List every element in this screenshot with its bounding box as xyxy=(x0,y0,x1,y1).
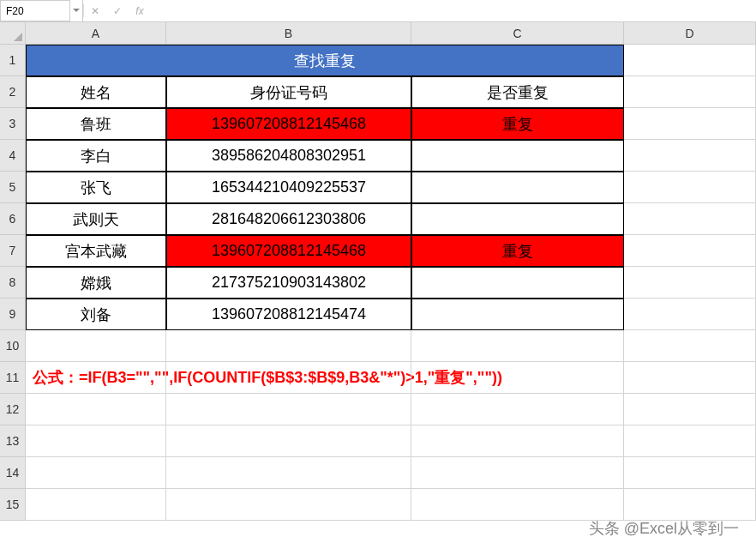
cell[interactable] xyxy=(624,45,756,76)
fx-icon[interactable]: fx xyxy=(129,0,151,21)
row-header[interactable]: 11 xyxy=(0,362,26,394)
cell[interactable] xyxy=(624,457,756,489)
cell[interactable] xyxy=(624,172,756,203)
cell[interactable] xyxy=(411,489,624,521)
cell-id[interactable]: 139607208812145474 xyxy=(166,299,411,330)
cell-name[interactable]: 张飞 xyxy=(26,172,166,203)
cell[interactable] xyxy=(26,394,166,425)
table-row: 嫦娥 217375210903143802 xyxy=(26,267,756,299)
cell[interactable] xyxy=(624,489,756,521)
cell-dup[interactable] xyxy=(411,140,624,172)
cell[interactable] xyxy=(624,235,756,267)
table-row: 鲁班 139607208812145468 重复 xyxy=(26,108,756,140)
cell-dup[interactable] xyxy=(411,267,624,299)
cell-name[interactable]: 武则天 xyxy=(26,203,166,235)
cell-dup[interactable]: 重复 xyxy=(411,235,624,267)
row-headers: 1 2 3 4 5 6 7 8 9 10 11 12 13 14 15 xyxy=(0,45,26,521)
cell-dup[interactable] xyxy=(411,203,624,235)
cell-id[interactable]: 165344210409225537 xyxy=(166,172,411,203)
formula-text[interactable]: 公式：=IF(B3="","",IF(COUNTIF($B$3:$B$9,B3&… xyxy=(26,362,166,394)
cell[interactable] xyxy=(166,394,411,425)
cell[interactable] xyxy=(26,457,166,489)
cell[interactable] xyxy=(26,489,166,521)
row-header[interactable]: 13 xyxy=(0,425,26,457)
sheet-area: A B C D 1 2 3 4 5 6 7 8 9 10 11 12 13 14 xyxy=(0,22,756,549)
row-header[interactable]: 9 xyxy=(0,299,26,330)
select-all-button[interactable] xyxy=(0,22,26,45)
title-cell[interactable]: 查找重复 xyxy=(26,45,624,76)
enter-icon[interactable]: ✓ xyxy=(106,0,129,21)
cell-name[interactable]: 鲁班 xyxy=(26,108,166,140)
table-row: 张飞 165344210409225537 xyxy=(26,172,756,203)
row-header[interactable]: 14 xyxy=(0,457,26,489)
cell[interactable] xyxy=(166,489,411,521)
row-header[interactable]: 8 xyxy=(0,267,26,299)
cell[interactable] xyxy=(624,267,756,299)
col-header-a[interactable]: A xyxy=(26,22,166,45)
cancel-icon[interactable]: ✕ xyxy=(84,0,106,21)
cell[interactable] xyxy=(166,457,411,489)
cell[interactable] xyxy=(166,362,411,394)
row-header[interactable]: 5 xyxy=(0,172,26,203)
table-row: 李白 389586204808302951 xyxy=(26,140,756,172)
cell[interactable] xyxy=(624,299,756,330)
cell[interactable] xyxy=(624,425,756,457)
cell-id[interactable]: 139607208812145468 xyxy=(166,235,411,267)
cell[interactable] xyxy=(624,330,756,362)
row-header[interactable]: 10 xyxy=(0,330,26,362)
cell-name[interactable]: 宫本武藏 xyxy=(26,235,166,267)
col-header-b[interactable]: B xyxy=(166,22,411,45)
row-header[interactable]: 1 xyxy=(0,45,26,76)
cell-name[interactable]: 刘备 xyxy=(26,299,166,330)
cell[interactable] xyxy=(624,362,756,394)
cell[interactable] xyxy=(26,425,166,457)
cell[interactable] xyxy=(624,108,756,140)
cell-name[interactable]: 李白 xyxy=(26,140,166,172)
table-row: 武则天 281648206612303806 xyxy=(26,203,756,235)
cell[interactable] xyxy=(166,425,411,457)
cell[interactable] xyxy=(411,394,624,425)
row-header[interactable]: 4 xyxy=(0,140,26,172)
cell[interactable] xyxy=(411,425,624,457)
column-headers: A B C D xyxy=(0,22,756,45)
row-header[interactable]: 7 xyxy=(0,235,26,267)
cell[interactable] xyxy=(624,394,756,425)
row-header[interactable]: 15 xyxy=(0,489,26,521)
header-id[interactable]: 身份证号码 xyxy=(166,76,411,108)
table-row: 宫本武藏 139607208812145468 重复 xyxy=(26,235,756,267)
cell-id[interactable]: 281648206612303806 xyxy=(166,203,411,235)
cell-dup[interactable] xyxy=(411,299,624,330)
cell[interactable] xyxy=(624,76,756,108)
name-box[interactable]: F20 xyxy=(0,0,70,21)
header-name[interactable]: 姓名 xyxy=(26,76,166,108)
cell[interactable] xyxy=(411,330,624,362)
cell[interactable] xyxy=(624,203,756,235)
row-header[interactable]: 6 xyxy=(0,203,26,235)
cell[interactable] xyxy=(166,330,411,362)
cell[interactable] xyxy=(411,362,624,394)
cell-id[interactable]: 389586204808302951 xyxy=(166,140,411,172)
cell[interactable] xyxy=(26,330,166,362)
name-box-dropdown[interactable] xyxy=(70,0,83,21)
cell[interactable] xyxy=(624,140,756,172)
cell[interactable] xyxy=(411,457,624,489)
col-header-c[interactable]: C xyxy=(411,22,624,45)
col-header-d[interactable]: D xyxy=(624,22,756,45)
row-header[interactable]: 2 xyxy=(0,76,26,108)
header-dup[interactable]: 是否重复 xyxy=(411,76,624,108)
cell-dup[interactable] xyxy=(411,172,624,203)
cells-grid: 查找重复 姓名 身份证号码 是否重复 鲁班 139607208812145468… xyxy=(26,45,756,521)
cell-id[interactable]: 217375210903143802 xyxy=(166,267,411,299)
watermark: 头条 @Excel从零到一 xyxy=(589,518,739,539)
row-header[interactable]: 3 xyxy=(0,108,26,140)
cell-dup[interactable]: 重复 xyxy=(411,108,624,140)
formula-bar: F20 ✕ ✓ fx xyxy=(0,0,756,22)
cell-id[interactable]: 139607208812145468 xyxy=(166,108,411,140)
cell-name[interactable]: 嫦娥 xyxy=(26,267,166,299)
formula-input[interactable] xyxy=(151,0,756,21)
row-header[interactable]: 12 xyxy=(0,394,26,425)
table-row: 刘备 139607208812145474 xyxy=(26,299,756,330)
